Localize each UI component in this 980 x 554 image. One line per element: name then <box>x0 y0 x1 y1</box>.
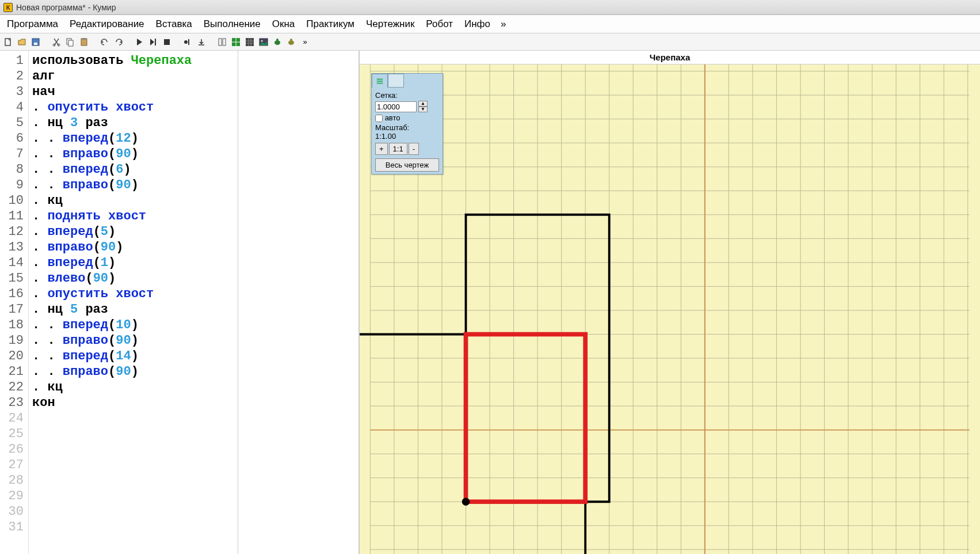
svg-rect-10 <box>164 39 170 45</box>
save-file-icon[interactable] <box>30 36 41 48</box>
scale-label: Масштаб: <box>375 123 439 132</box>
code-line[interactable]: . поднять хвост <box>32 208 234 224</box>
turtle-title: Черепаха <box>360 51 980 64</box>
app-icon: К <box>3 3 13 12</box>
svg-rect-73 <box>377 81 383 82</box>
svg-rect-16 <box>246 38 254 46</box>
line-number: 22 <box>0 380 24 395</box>
panel-tab-blank[interactable] <box>388 74 404 88</box>
line-number: 9 <box>0 177 24 193</box>
code-line[interactable]: кон <box>32 395 234 411</box>
code-line[interactable]: . . вправо(90) <box>32 333 234 348</box>
code-line[interactable]: . . вперед(10) <box>32 317 234 333</box>
menu-программа[interactable]: Программа <box>2 16 63 32</box>
code-line[interactable]: . влево(90) <box>32 271 234 286</box>
picture-icon[interactable] <box>258 36 269 48</box>
dark-grid-icon[interactable] <box>244 36 256 48</box>
line-number: 29 <box>0 488 24 504</box>
line-number: 10 <box>0 193 24 208</box>
menu-overflow[interactable]: » <box>497 16 509 32</box>
menu-инфо[interactable]: Инфо <box>460 16 495 32</box>
svg-rect-72 <box>377 78 383 79</box>
toolbar-overflow[interactable]: » <box>299 36 311 48</box>
line-number: 1 <box>0 53 24 69</box>
fit-drawing-button[interactable]: Весь чертеж <box>375 158 439 172</box>
editor-pane: 1234567891011121314151617181920212223242… <box>0 51 360 554</box>
line-number: 30 <box>0 504 24 519</box>
line-number: 25 <box>0 426 24 442</box>
code-line[interactable]: . . вправо(90) <box>32 364 234 380</box>
redo-icon[interactable] <box>113 36 124 48</box>
svg-point-18 <box>261 40 263 41</box>
new-file-icon[interactable] <box>2 36 14 48</box>
menu-вставка[interactable]: Вставка <box>151 16 197 32</box>
grid-label: Сетка: <box>375 91 439 100</box>
zoom-reset-button[interactable]: 1:1 <box>389 143 407 155</box>
step-icon[interactable] <box>147 36 159 48</box>
code-line[interactable]: . опустить хвост <box>32 100 234 115</box>
open-file-icon[interactable] <box>16 36 28 48</box>
code-line[interactable]: . вправо(90) <box>32 240 234 255</box>
code-line[interactable]: . . вправо(90) <box>32 146 234 162</box>
line-number: 11 <box>0 208 24 224</box>
turtle-olive-icon[interactable] <box>285 36 297 48</box>
code-line[interactable]: нач <box>32 84 234 100</box>
svg-point-22 <box>290 39 292 41</box>
line-number: 18 <box>0 317 24 333</box>
grid-view-icon[interactable] <box>216 36 228 48</box>
line-number: 4 <box>0 100 24 115</box>
zoom-out-button[interactable]: - <box>409 143 419 155</box>
code-line[interactable]: . опустить хвост <box>32 286 234 302</box>
svg-point-21 <box>288 40 294 45</box>
menu-практикум[interactable]: Практикум <box>302 16 359 32</box>
auto-checkbox[interactable] <box>375 115 383 122</box>
breakpoint-icon[interactable] <box>182 36 193 48</box>
code-editor[interactable]: использовать Черепахаалгнач. опустить хв… <box>29 51 238 554</box>
menu-чертежник[interactable]: Чертежник <box>361 16 419 32</box>
code-line[interactable]: . . вправо(90) <box>32 177 234 193</box>
window-title: Новая программа* - Кумир <box>16 3 116 12</box>
turtle-canvas[interactable] <box>360 64 980 554</box>
line-number: 21 <box>0 364 24 380</box>
line-number: 31 <box>0 519 24 535</box>
copy-icon[interactable] <box>64 36 76 48</box>
grid-value-input[interactable] <box>375 101 417 112</box>
menu-робот[interactable]: Робот <box>421 16 457 32</box>
toolbar: » <box>0 33 980 51</box>
code-line[interactable]: . кц <box>32 380 234 395</box>
undo-icon[interactable] <box>99 36 110 48</box>
line-number: 7 <box>0 146 24 162</box>
panel-tab-menu[interactable] <box>372 74 388 88</box>
code-line[interactable]: . . вперед(12) <box>32 131 234 146</box>
scale-value: 1:1.00 <box>375 132 439 141</box>
menu-редактирование[interactable]: Редактирование <box>65 16 149 32</box>
zoom-in-button[interactable]: + <box>375 143 388 155</box>
menu-окна[interactable]: Окна <box>268 16 300 32</box>
grid-spinner-up[interactable]: ▲ <box>418 101 428 107</box>
green-grid-icon[interactable] <box>230 36 242 48</box>
line-number: 14 <box>0 255 24 271</box>
code-line[interactable]: . . вперед(6) <box>32 162 234 177</box>
code-line[interactable]: . вперед(5) <box>32 224 234 240</box>
code-line[interactable]: . кц <box>32 193 234 208</box>
turtle-green-icon[interactable] <box>272 36 283 48</box>
cut-icon[interactable] <box>51 36 62 48</box>
stop-icon[interactable] <box>161 36 173 48</box>
control-panel: Сетка: ▲ ▼ авто Масштаб: 1:1.00 <box>371 73 443 174</box>
svg-rect-2 <box>34 43 37 45</box>
code-line[interactable]: алг <box>32 69 234 84</box>
titlebar: К Новая программа* - Кумир <box>0 0 980 15</box>
run-icon[interactable] <box>134 36 145 48</box>
code-line[interactable]: . . вперед(14) <box>32 348 234 364</box>
line-number: 27 <box>0 457 24 473</box>
grid-spinner-down[interactable]: ▼ <box>418 107 428 112</box>
step-out-icon[interactable] <box>196 36 207 48</box>
code-line[interactable]: . нц 5 раз <box>32 302 234 317</box>
code-line[interactable]: . вперед(1) <box>32 255 234 271</box>
auto-label: авто <box>385 113 401 122</box>
menu-выполнение[interactable]: Выполнение <box>199 16 265 32</box>
code-line[interactable]: . нц 3 раз <box>32 115 234 131</box>
code-line[interactable]: использовать Черепаха <box>32 53 234 69</box>
paste-icon[interactable] <box>78 36 90 48</box>
line-number: 8 <box>0 162 24 177</box>
